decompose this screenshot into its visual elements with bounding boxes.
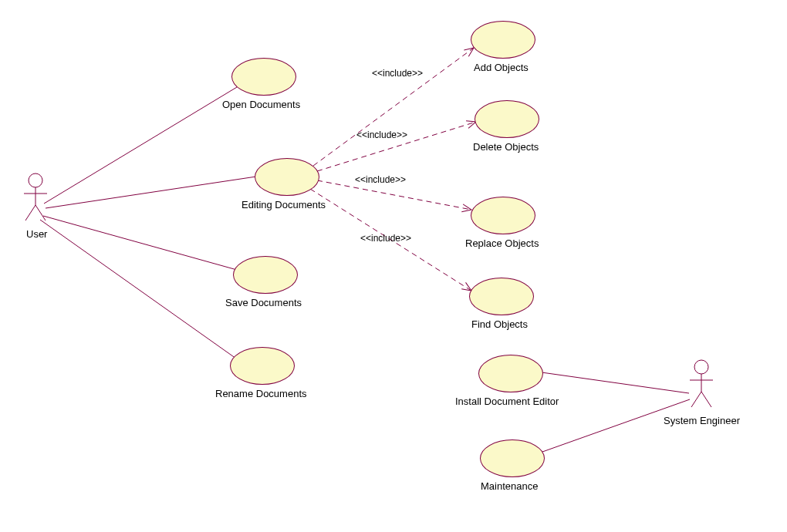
usecase-delete-objects-label: Delete Objects	[473, 141, 539, 153]
include-label-delete: <<include>>	[356, 130, 407, 140]
svg-point-0	[29, 173, 42, 187]
usecase-open-documents	[231, 58, 296, 96]
include-label-replace: <<include>>	[355, 174, 406, 185]
include-add	[313, 48, 474, 166]
actor-user-label: User	[26, 228, 47, 240]
usecase-add-objects	[471, 21, 535, 59]
usecase-save-documents	[233, 256, 298, 294]
actor-system-engineer	[687, 359, 718, 413]
usecase-rename-documents-label: Rename Documents	[215, 388, 307, 399]
assoc-user-rename	[40, 220, 236, 359]
actor-user	[22, 173, 52, 227]
usecase-editing-documents-label: Editing Documents	[242, 199, 326, 210]
usecase-find-objects-label: Find Objects	[471, 318, 528, 330]
usecase-diagram-canvas: User System Engineer Open Documents Edit…	[0, 0, 787, 532]
usecase-maintenance	[480, 439, 545, 477]
svg-line-9	[701, 392, 711, 407]
actor-engineer-label: System Engineer	[664, 415, 740, 426]
usecase-editing-documents	[255, 158, 319, 196]
usecase-maintenance-label: Maintenance	[481, 480, 538, 492]
include-label-find: <<include>>	[360, 233, 411, 244]
assoc-user-save	[43, 216, 237, 270]
usecase-rename-documents	[230, 347, 295, 385]
svg-line-4	[35, 205, 46, 221]
assoc-user-open	[44, 87, 237, 204]
svg-line-3	[25, 205, 35, 221]
usecase-save-documents-label: Save Documents	[225, 297, 302, 308]
svg-point-5	[694, 360, 708, 374]
svg-line-8	[691, 392, 701, 407]
usecase-find-objects	[469, 278, 534, 315]
usecase-replace-objects-label: Replace Objects	[465, 237, 539, 249]
usecase-open-documents-label: Open Documents	[222, 99, 300, 110]
usecase-install-editor	[478, 355, 543, 392]
usecase-replace-objects	[471, 197, 535, 234]
usecase-install-editor-label: Install Document Editor	[455, 396, 559, 407]
assoc-user-editing	[46, 177, 256, 208]
connectors-svg	[0, 0, 787, 532]
usecase-delete-objects	[475, 100, 539, 138]
usecase-add-objects-label: Add Objects	[474, 62, 529, 73]
include-label-add: <<include>>	[372, 68, 423, 79]
assoc-eng-install	[542, 372, 689, 393]
